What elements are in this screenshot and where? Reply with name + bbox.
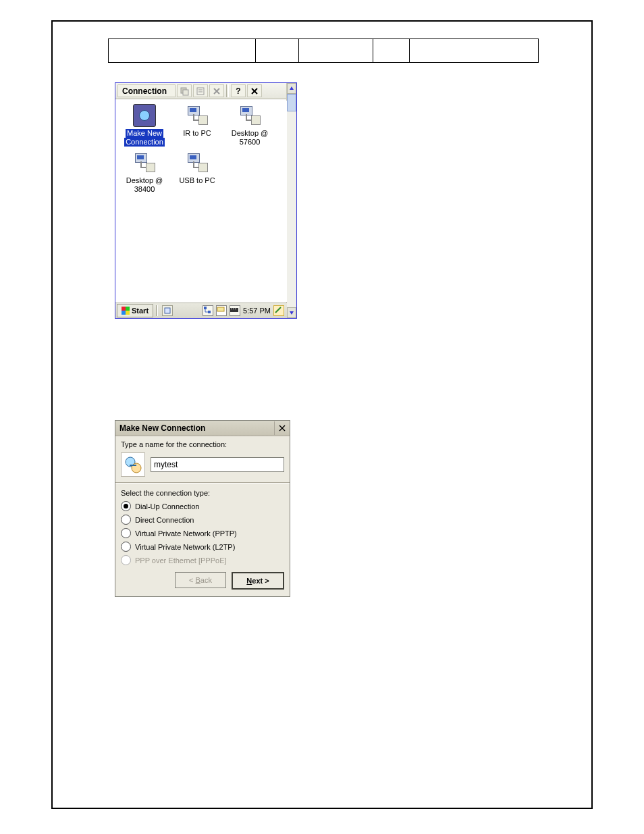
back-button: < Back (175, 572, 226, 588)
clock: 5:57 PM (243, 307, 271, 315)
option-label: Dial-Up Connection (135, 502, 199, 511)
network-icon (185, 103, 209, 128)
connection-menu-button[interactable]: Connection (117, 84, 176, 97)
item-make-new-connection[interactable]: Make New Connection (119, 103, 169, 147)
svg-rect-4 (197, 88, 204, 95)
option-direct[interactable]: Direct Connection (121, 515, 284, 525)
tray-network-icon[interactable] (203, 305, 213, 316)
item-usb-to-pc[interactable]: USB to PC (172, 151, 222, 194)
item-label: 57600 (240, 138, 261, 146)
taskbar: Start 5:57 PM (115, 303, 287, 318)
connection-icon (121, 452, 145, 477)
svg-rect-11 (165, 308, 170, 313)
item-label: Connection (124, 138, 165, 147)
item-desktop-38400[interactable]: Desktop @ 38400 (119, 151, 169, 194)
help-icon[interactable]: ? (231, 84, 246, 97)
radio-icon (121, 528, 131, 538)
dialog-title: Make New Connection (119, 423, 205, 433)
globe-icon (132, 103, 157, 128)
button-label: Next > (246, 577, 269, 585)
svg-rect-13 (208, 311, 211, 313)
scroll-down-button[interactable] (287, 307, 296, 318)
item-label: Make New (126, 129, 163, 138)
make-new-connection-dialog: Make New Connection Type a name for the … (115, 420, 290, 597)
name-prompt: Type a name for the connection: (121, 440, 284, 448)
option-label: Virtual Private Network (PPTP) (135, 529, 237, 538)
network-icon (185, 151, 209, 175)
window-toolbar: Connection ? (115, 83, 296, 99)
connections-window: Connection ? (115, 82, 297, 319)
item-label: 38400 (134, 185, 155, 193)
svg-marker-1 (290, 311, 294, 315)
item-label: Desktop @ (126, 176, 163, 184)
item-label: Desktop @ (232, 129, 269, 137)
svg-marker-0 (290, 86, 294, 90)
start-label: Start (132, 307, 149, 315)
button-label: < Back (189, 576, 212, 584)
svg-rect-17 (230, 308, 238, 312)
tray-volume-icon[interactable] (216, 305, 227, 316)
toolbar-icon-1[interactable] (177, 84, 192, 97)
svg-line-21 (275, 307, 281, 313)
option-label: PPP over Ethernet [PPPoE] (135, 556, 227, 565)
delete-icon[interactable] (209, 84, 224, 97)
dialog-title-bar: Make New Connection (115, 421, 290, 436)
item-label: IR to PC (183, 129, 211, 137)
radio-icon (121, 515, 131, 525)
option-label: Virtual Private Network (L2TP) (135, 543, 235, 551)
header-table (108, 38, 539, 63)
toolbar-label: Connection (122, 86, 167, 96)
svg-rect-12 (204, 307, 207, 309)
next-button[interactable]: Next > (232, 572, 284, 590)
scroll-up-button[interactable] (287, 83, 296, 94)
scroll-thumb[interactable] (287, 94, 296, 111)
svg-rect-20 (235, 309, 236, 309)
option-pptp[interactable]: Virtual Private Network (PPTP) (121, 528, 284, 538)
connection-type-options: Dial-Up Connection Direct Connection Vir… (121, 501, 284, 565)
option-l2tp[interactable]: Virtual Private Network (L2TP) (121, 542, 284, 552)
type-prompt: Select the connection type: (121, 489, 284, 497)
folder-view[interactable]: Make New Connection IR to PC Desktop @ 5… (117, 101, 287, 302)
svg-rect-18 (231, 309, 232, 309)
item-ir-to-pc[interactable]: IR to PC (172, 103, 222, 147)
item-desktop-57600[interactable]: Desktop @ 57600 (225, 103, 275, 147)
scroll-track[interactable] (287, 111, 296, 307)
radio-icon (121, 555, 131, 565)
option-dialup[interactable]: Dial-Up Connection (121, 501, 284, 511)
show-desktop-icon[interactable] (162, 305, 173, 316)
tray-note-icon[interactable] (273, 305, 284, 316)
scrollbar[interactable] (286, 83, 296, 318)
close-icon[interactable] (274, 421, 290, 435)
svg-rect-19 (233, 309, 234, 309)
option-label: Direct Connection (135, 516, 194, 524)
network-icon (132, 151, 157, 175)
windows-logo-icon (122, 307, 130, 315)
radio-icon (121, 542, 131, 552)
network-icon (238, 103, 262, 128)
system-tray: 5:57 PM (203, 305, 287, 316)
connection-name-input[interactable] (151, 457, 284, 472)
radio-icon (121, 501, 131, 511)
close-icon[interactable] (247, 84, 262, 97)
tray-keyboard-icon[interactable] (230, 305, 240, 316)
start-button[interactable]: Start (117, 304, 153, 317)
option-pppoe: PPP over Ethernet [PPPoE] (121, 555, 284, 565)
svg-rect-16 (217, 307, 224, 311)
properties-icon[interactable] (193, 84, 208, 97)
item-label: USB to PC (179, 176, 215, 184)
svg-rect-3 (183, 90, 188, 95)
